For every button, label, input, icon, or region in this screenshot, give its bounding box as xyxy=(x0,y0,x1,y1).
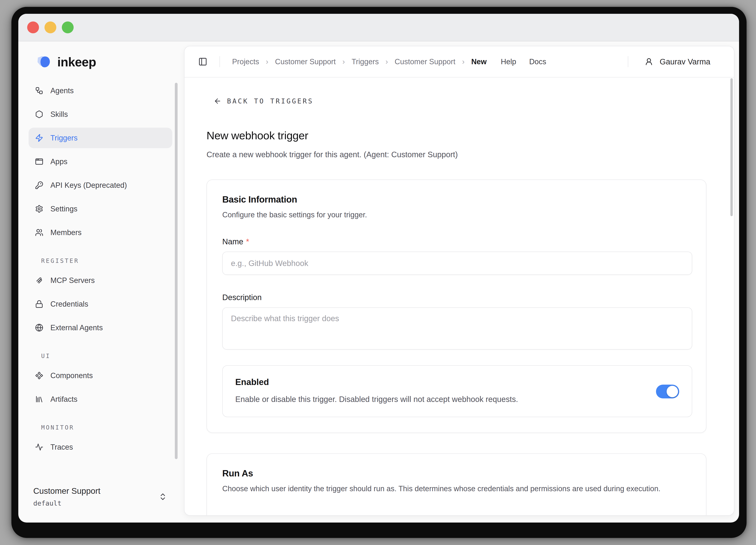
sidebar-toggle-button[interactable] xyxy=(198,57,207,66)
lock-icon xyxy=(35,300,43,308)
card-description: Choose which user identity the trigger s… xyxy=(222,485,691,493)
sidebar-item-credentials[interactable]: Credentials xyxy=(29,294,172,314)
enabled-setting-row: Enabled Enable or disable this trigger. … xyxy=(222,365,692,417)
key-icon xyxy=(35,181,43,189)
breadcrumb-current: New xyxy=(471,57,487,66)
sidebar-item-label: Members xyxy=(50,228,82,237)
chevrons-up-down-icon xyxy=(158,492,167,501)
back-to-triggers-link[interactable]: BACK TO TRIGGERS xyxy=(214,97,314,105)
breadcrumb: Projects › Customer Support › Triggers ›… xyxy=(232,57,487,66)
name-label: Name * xyxy=(222,237,691,246)
sidebar: inkeep Agents Skills Triggers xyxy=(18,41,184,523)
sidebar-item-members[interactable]: Members xyxy=(29,222,172,243)
sidebar-item-agents[interactable]: Agents xyxy=(29,80,172,101)
titlebar xyxy=(18,14,739,41)
activity-icon xyxy=(35,443,43,451)
chevron-right-icon: › xyxy=(342,57,345,66)
users-icon xyxy=(35,228,43,236)
workspace-name: Customer Support xyxy=(33,486,100,496)
content-scrollbar[interactable] xyxy=(730,78,733,216)
required-asterisk: * xyxy=(246,237,249,246)
sidebar-item-label: Apps xyxy=(50,157,68,166)
header-divider xyxy=(220,56,220,67)
sidebar-section-monitor: MONITOR xyxy=(41,424,172,431)
back-link-label: BACK TO TRIGGERS xyxy=(227,97,314,105)
sidebar-item-label: External Agents xyxy=(50,324,103,332)
breadcrumb-bar: Projects › Customer Support › Triggers ›… xyxy=(184,46,734,77)
library-icon xyxy=(35,395,43,403)
zap-icon xyxy=(35,134,43,142)
sidebar-scrollbar[interactable] xyxy=(175,83,178,459)
sidebar-item-external-agents[interactable]: External Agents xyxy=(29,318,172,338)
description-textarea[interactable] xyxy=(222,308,692,350)
window-bezel: inkeep Agents Skills Triggers xyxy=(11,7,747,538)
globe-icon xyxy=(35,324,43,332)
component-icon xyxy=(35,372,43,380)
maximize-window-button[interactable] xyxy=(62,21,74,33)
run-as-card: Run As Choose which user identity the tr… xyxy=(207,453,706,515)
card-title: Run As xyxy=(222,468,691,479)
workspace-switcher[interactable]: Customer Support default xyxy=(33,486,167,507)
brand-logo[interactable]: inkeep xyxy=(33,54,184,70)
breadcrumb-agent[interactable]: Customer Support xyxy=(395,57,455,66)
chevron-right-icon: › xyxy=(266,57,268,66)
workflow-icon xyxy=(35,86,43,95)
sidebar-item-label: Settings xyxy=(50,205,77,213)
page-content: BACK TO TRIGGERS New webhook trigger Cre… xyxy=(184,77,734,515)
user-menu[interactable]: Gaurav Varma xyxy=(645,57,710,66)
sidebar-item-skills[interactable]: Skills xyxy=(29,104,172,124)
sidebar-item-label: Artifacts xyxy=(50,395,77,404)
user-name: Gaurav Varma xyxy=(660,57,710,66)
sidebar-item-label: Skills xyxy=(50,110,68,119)
sidebar-section-register: REGISTER xyxy=(41,257,172,264)
brand-name: inkeep xyxy=(57,55,96,69)
gear-icon xyxy=(35,205,43,213)
sidebar-item-traces[interactable]: Traces xyxy=(29,437,172,457)
sidebar-item-label: Components xyxy=(50,372,93,380)
name-input[interactable] xyxy=(222,251,692,275)
main-panel: Projects › Customer Support › Triggers ›… xyxy=(184,46,734,516)
sidebar-item-apps[interactable]: Apps xyxy=(29,151,172,172)
mcp-icon xyxy=(35,276,43,285)
enabled-label: Enabled xyxy=(235,377,518,387)
help-link[interactable]: Help xyxy=(501,57,516,66)
page-subtitle: Create a new webhook trigger for this ag… xyxy=(207,150,706,159)
card-title: Basic Information xyxy=(222,194,691,205)
sidebar-item-mcp-servers[interactable]: MCP Servers xyxy=(29,270,172,291)
sidebar-item-api-keys[interactable]: API Keys (Deprecated) xyxy=(29,175,172,195)
hexagon-icon xyxy=(35,110,43,118)
user-icon xyxy=(645,57,653,66)
basic-information-card: Basic Information Configure the basic se… xyxy=(207,179,706,433)
header-divider xyxy=(628,56,628,67)
sidebar-item-artifacts[interactable]: Artifacts xyxy=(29,389,172,410)
description-label: Description xyxy=(222,293,691,302)
chevron-right-icon: › xyxy=(385,57,388,66)
chevron-right-icon: › xyxy=(462,57,465,66)
enabled-toggle[interactable] xyxy=(656,385,679,398)
sidebar-item-triggers[interactable]: Triggers xyxy=(29,128,172,148)
docs-link[interactable]: Docs xyxy=(529,57,546,66)
app-window-icon xyxy=(35,157,43,166)
workspace-environment: default xyxy=(33,499,100,507)
inkeep-logo-icon xyxy=(33,55,53,70)
sidebar-item-label: MCP Servers xyxy=(50,276,95,285)
breadcrumb-projects[interactable]: Projects xyxy=(232,57,259,66)
sidebar-item-label: Credentials xyxy=(50,300,88,309)
card-description: Configure the basic settings for your tr… xyxy=(222,211,691,219)
sidebar-item-settings[interactable]: Settings xyxy=(29,198,172,219)
arrow-left-icon xyxy=(214,97,221,105)
breadcrumb-triggers[interactable]: Triggers xyxy=(352,57,379,66)
app-window: inkeep Agents Skills Triggers xyxy=(18,14,739,523)
enabled-description: Enable or disable this trigger. Disabled… xyxy=(235,395,518,404)
minimize-window-button[interactable] xyxy=(44,21,56,33)
sidebar-item-label: Triggers xyxy=(50,134,78,142)
sidebar-item-components[interactable]: Components xyxy=(29,365,172,386)
sidebar-nav: Agents Skills Triggers Apps xyxy=(29,80,172,461)
sidebar-item-label: Agents xyxy=(50,86,74,95)
sidebar-item-label: API Keys (Deprecated) xyxy=(50,181,127,189)
toggle-knob xyxy=(667,386,678,397)
page-title: New webhook trigger xyxy=(207,129,706,142)
close-window-button[interactable] xyxy=(27,21,39,33)
breadcrumb-customer-support[interactable]: Customer Support xyxy=(275,57,336,66)
sidebar-item-label: Traces xyxy=(50,443,73,451)
